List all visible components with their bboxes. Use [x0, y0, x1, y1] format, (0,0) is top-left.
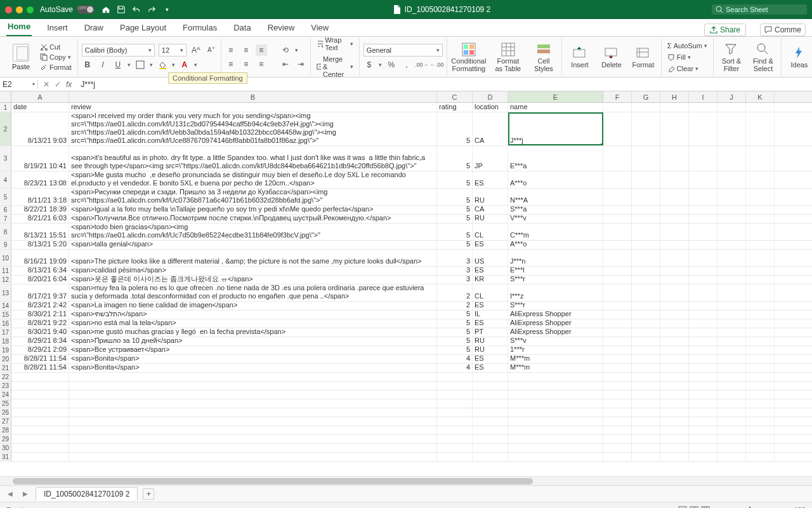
- cell[interactable]: [473, 382, 508, 390]
- paste-button[interactable]: Paste: [8, 44, 34, 70]
- increase-indent-icon[interactable]: ⇥: [295, 58, 306, 70]
- cell[interactable]: RU: [473, 346, 508, 354]
- cell[interactable]: [717, 453, 746, 461]
- cell[interactable]: [746, 346, 775, 354]
- cell[interactable]: 8/30/21 9:40: [11, 328, 69, 337]
- cell[interactable]: [717, 328, 746, 337]
- decrease-decimal-icon[interactable]: ←.00: [431, 59, 443, 70]
- cell[interactable]: [632, 399, 660, 408]
- cell[interactable]: [603, 112, 632, 145]
- cell[interactable]: <span>it's beautiful as in photo. dry fi…: [69, 146, 437, 171]
- row-header[interactable]: 6: [0, 206, 11, 214]
- cell[interactable]: [717, 241, 746, 249]
- row-header[interactable]: 29: [0, 435, 11, 443]
- cell[interactable]: J***n: [508, 250, 603, 266]
- cell[interactable]: [689, 224, 717, 240]
- cell[interactable]: [632, 311, 660, 319]
- cell[interactable]: 8/13/21 9:03: [11, 112, 69, 145]
- col-header-C[interactable]: C: [437, 91, 473, 102]
- cell[interactable]: [603, 302, 632, 310]
- row-header[interactable]: 10: [0, 250, 11, 266]
- cell[interactable]: [689, 391, 717, 399]
- row-header[interactable]: 20: [0, 355, 11, 363]
- cell[interactable]: [717, 189, 746, 205]
- cell[interactable]: [689, 319, 717, 328]
- cell[interactable]: [689, 241, 717, 249]
- tab-formulas[interactable]: Formulas: [181, 20, 218, 36]
- cell[interactable]: [689, 382, 717, 390]
- cell[interactable]: S***a: [508, 206, 603, 214]
- delete-cells-button[interactable]: Delete: [598, 46, 625, 69]
- cell[interactable]: ES: [473, 302, 508, 310]
- cell[interactable]: name: [508, 103, 603, 112]
- cell[interactable]: 8/29/21 8:34: [11, 337, 69, 345]
- insert-cells-button[interactable]: Insert: [566, 46, 594, 69]
- cell[interactable]: [660, 364, 689, 372]
- cell[interactable]: [437, 399, 473, 408]
- cell[interactable]: [473, 453, 508, 461]
- cell[interactable]: A***o: [508, 241, 603, 249]
- cell[interactable]: [660, 408, 689, 417]
- orientation-icon[interactable]: ⟲: [280, 44, 291, 56]
- cell[interactable]: [473, 444, 508, 452]
- cell[interactable]: [717, 426, 746, 434]
- cell[interactable]: [689, 453, 717, 461]
- cell[interactable]: [11, 453, 69, 461]
- cell[interactable]: <span>no está mal la tela</span>: [69, 319, 437, 328]
- comma-icon[interactable]: ,: [401, 59, 412, 70]
- align-center-icon[interactable]: ≡: [240, 58, 252, 70]
- cell[interactable]: [632, 453, 660, 461]
- cell[interactable]: [717, 399, 746, 408]
- cell[interactable]: [689, 112, 717, 145]
- cell[interactable]: [437, 373, 473, 381]
- row-header[interactable]: 21: [0, 364, 11, 372]
- format-cells-button[interactable]: Format: [629, 46, 657, 69]
- cell[interactable]: [632, 215, 660, 223]
- align-middle-icon[interactable]: ≡: [240, 44, 252, 56]
- cell[interactable]: [603, 276, 632, 284]
- cell[interactable]: 5: [437, 241, 473, 249]
- fill-button[interactable]: Fill▾: [665, 53, 709, 62]
- col-header-D[interactable]: D: [473, 91, 508, 102]
- zoom-out-icon[interactable]: −: [711, 506, 715, 509]
- cell[interactable]: [69, 453, 437, 461]
- cell[interactable]: date: [11, 103, 69, 112]
- row-header[interactable]: 19: [0, 346, 11, 354]
- cell[interactable]: [717, 284, 746, 301]
- col-header-H[interactable]: H: [660, 91, 689, 102]
- cell[interactable]: <span>옷은 좋은데 이사이즈는 좀크게나왔네요 ㅠ</span>: [69, 276, 437, 284]
- cell[interactable]: [69, 435, 437, 443]
- cell[interactable]: [632, 284, 660, 301]
- cell[interactable]: [717, 224, 746, 240]
- cell[interactable]: RU: [473, 337, 508, 345]
- undo-icon[interactable]: [131, 4, 141, 15]
- tab-data[interactable]: Data: [232, 20, 252, 36]
- tab-view[interactable]: View: [310, 20, 330, 36]
- row-header[interactable]: 23: [0, 382, 11, 390]
- col-header-F[interactable]: F: [603, 91, 632, 102]
- cell[interactable]: [660, 391, 689, 399]
- cell[interactable]: 8/16/21 19:09: [11, 250, 69, 266]
- cell[interactable]: 3: [437, 276, 473, 284]
- cell[interactable]: [689, 284, 717, 301]
- tab-page-layout[interactable]: Page Layout: [119, 20, 167, 36]
- cell[interactable]: [632, 319, 660, 328]
- row-header[interactable]: 18: [0, 337, 11, 345]
- cell[interactable]: [660, 355, 689, 363]
- cell[interactable]: [437, 426, 473, 434]
- cell[interactable]: [632, 103, 660, 112]
- cell[interactable]: V***v: [508, 215, 603, 223]
- cell[interactable]: [689, 103, 717, 112]
- cell[interactable]: [632, 337, 660, 345]
- cell[interactable]: [746, 189, 775, 205]
- cell[interactable]: [717, 364, 746, 372]
- cell[interactable]: <span>I received my order thank you very…: [69, 112, 437, 145]
- cell[interactable]: [632, 146, 660, 171]
- cell[interactable]: [660, 250, 689, 266]
- cell[interactable]: A***o: [508, 171, 603, 188]
- cell[interactable]: [746, 250, 775, 266]
- cell[interactable]: [11, 373, 69, 381]
- cell[interactable]: [69, 408, 437, 417]
- cell[interactable]: [689, 171, 717, 188]
- cell[interactable]: M***m: [508, 364, 603, 372]
